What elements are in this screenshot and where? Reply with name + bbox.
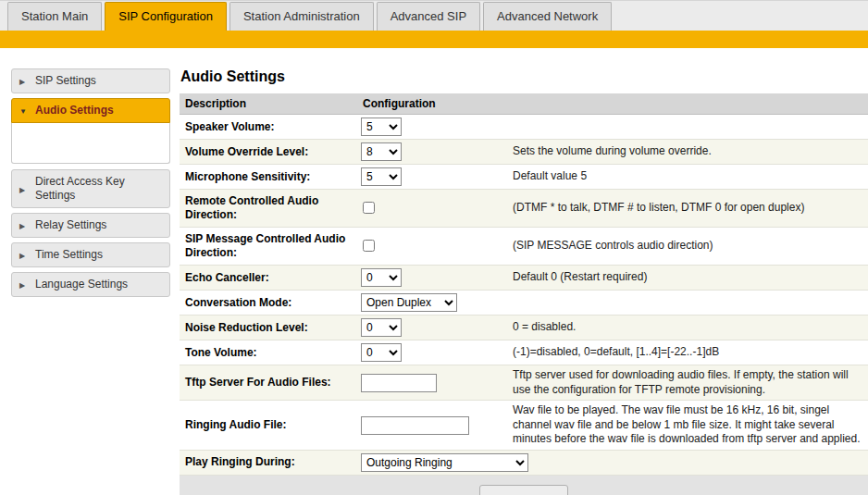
sidebar-item-label: Relay Settings [35,218,106,232]
sidebar-item-label: Time Settings [35,248,103,262]
row-label: Microphone Sensitivity: [180,166,357,189]
chevron-right-icon [19,248,28,262]
row-label: Echo Canceller: [180,266,357,290]
row-note [505,124,868,130]
sidebar-item-language-settings[interactable]: Language Settings [11,272,170,297]
tone-volume-select[interactable]: 0 [361,343,402,362]
tab-sip-configuration[interactable]: SIP Configuration [105,2,227,31]
column-header-configuration: Configuration [357,93,505,114]
page-title: Audio Settings [180,68,868,85]
row-note: 0 = disabled. [505,317,868,338]
chevron-right-icon [19,74,28,88]
tab-station-administration[interactable]: Station Administration [229,2,374,31]
sidebar-item-label: SIP Settings [35,74,96,88]
row-note: Default 0 (Restart required) [505,267,868,288]
row-label: Tone Volume: [180,341,357,365]
table-row: Remote Controlled Audio Direction: (DTMF… [180,190,868,228]
row-label: Conversation Mode: [180,291,357,315]
table-row: SIP Message Controlled Audio Direction: … [180,228,868,266]
row-note [505,460,868,465]
accent-bar [0,31,868,48]
sip-message-controlled-audio-direction-checkbox[interactable] [363,240,375,252]
sidebar-item-direct-access-key-settings[interactable]: Direct Access Key Settings [11,169,170,208]
table-row: Tftp Server For Audio Files: Tftp server… [180,365,868,401]
table-row: Microphone Sensitivity: 5 Default value … [180,165,868,190]
row-note: Tftp server used for downloading audio f… [505,365,868,400]
column-header-description: Description [180,93,357,114]
row-label: Play Ringing During: [180,451,357,474]
table-row: Speaker Volume: 5 [180,115,868,140]
row-label: Ringing Audio File: [180,414,357,437]
chevron-right-icon [19,182,28,196]
row-label: Tftp Server For Audio Files: [180,371,357,394]
save-row: Save [180,476,868,495]
row-label: Speaker Volume: [180,116,357,139]
row-label: Remote Controlled Audio Direction: [180,190,357,227]
tab-bar: Station Main SIP Configuration Station A… [0,0,868,31]
row-label: Volume Override Level: [180,141,357,164]
main-content: Audio Settings Description Configuration… [180,68,868,495]
table-row: Tone Volume: 0 (-1)=disabled, 0=default,… [180,340,868,365]
table-header-row: Description Configuration [180,93,868,115]
noise-reduction-level-select[interactable]: 0 [361,318,402,337]
conversation-mode-select[interactable]: Open Duplex [361,293,457,312]
table-row: Echo Canceller: 0 Default 0 (Restart req… [180,266,868,291]
chevron-down-icon [19,104,28,118]
row-note: (-1)=disabled, 0=default, [1..4]=[-22..-… [505,342,868,363]
row-note: (SIP MESSAGE controls audio direction) [505,236,868,256]
table-row: Volume Override Level: 8 Sets the volume… [180,140,868,165]
ringing-audio-file-input[interactable] [361,416,469,435]
sidebar: SIP Settings Audio Settings Direct Acces… [11,68,170,495]
tab-station-main[interactable]: Station Main [7,2,102,31]
row-note [505,300,868,305]
speaker-volume-select[interactable]: 5 [361,118,402,136]
table-row: Play Ringing During: Outgoing Ringing [180,451,868,476]
tftp-server-for-audio-files-input[interactable] [361,374,437,392]
row-note: Wav file to be played. The wav file must… [505,401,868,450]
save-button[interactable]: Save [479,485,568,495]
echo-canceller-select[interactable]: 0 [361,268,402,287]
sidebar-item-label: Language Settings [35,278,128,291]
table-row: Ringing Audio File: Wav file to be playe… [180,401,868,451]
table-row: Conversation Mode: Open Duplex [180,291,868,316]
sidebar-item-sip-settings[interactable]: SIP Settings [11,68,170,93]
play-ringing-during-select[interactable]: Outgoing Ringing [361,453,528,472]
chevron-right-icon [19,278,28,291]
sidebar-item-label: Direct Access Key Settings [35,175,162,203]
row-note: (DTMF * to talk, DTMF # to listen, DTMF … [505,198,868,218]
row-label: SIP Message Controlled Audio Direction: [180,228,357,265]
table-row: Noise Reduction Level: 0 0 = disabled. [180,316,868,340]
sidebar-item-audio-settings[interactable]: Audio Settings [11,98,170,123]
sidebar-item-label: Audio Settings [35,104,114,118]
settings-table: Speaker Volume: 5 Volume Override Level:… [180,115,868,476]
row-label: Noise Reduction Level: [180,316,357,340]
remote-controlled-audio-direction-checkbox[interactable] [363,202,375,214]
row-note: Sets the volume during volume override. [505,142,868,162]
sidebar-item-relay-settings[interactable]: Relay Settings [11,213,170,238]
row-note: Default value 5 [505,167,868,187]
column-header-notes [505,100,868,107]
sidebar-item-time-settings[interactable]: Time Settings [11,242,170,267]
microphone-sensitivity-select[interactable]: 5 [361,167,402,186]
chevron-right-icon [19,218,28,232]
volume-override-level-select[interactable]: 8 [361,142,402,161]
tab-advanced-network[interactable]: Advanced Network [483,2,612,31]
tab-advanced-sip[interactable]: Advanced SIP [377,2,480,31]
sidebar-expanded-panel [11,123,170,164]
